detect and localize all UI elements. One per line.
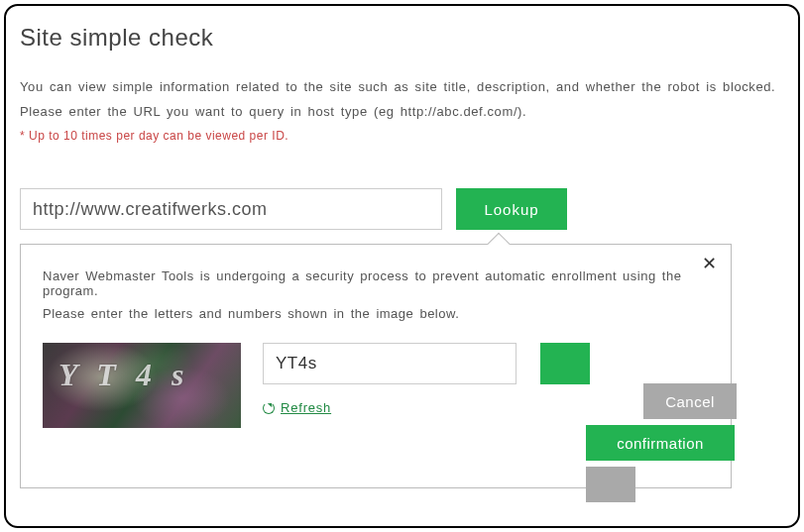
limit-note: * Up to 10 times per day can be viewed p… bbox=[20, 129, 784, 143]
intro-text-1: You can view simple information related … bbox=[20, 79, 784, 94]
search-row: Lookup bbox=[20, 188, 784, 230]
intro-text-2: Please enter the URL you want to query i… bbox=[20, 104, 784, 119]
page-title: Site simple check bbox=[20, 24, 784, 52]
button-stack: Cancel confirmation bbox=[586, 383, 737, 502]
lookup-button[interactable]: Lookup bbox=[456, 188, 567, 230]
refresh-icon bbox=[263, 402, 275, 414]
confirm-button[interactable]: confirmation bbox=[586, 425, 735, 461]
captcha-message-1: Naver Webmaster Tools is undergoing a se… bbox=[43, 268, 709, 298]
captcha-input-column: Refresh bbox=[263, 343, 517, 415]
cancel-button[interactable]: Cancel bbox=[643, 383, 737, 419]
popup-arrow bbox=[488, 233, 511, 256]
close-icon[interactable]: ✕ bbox=[702, 255, 717, 272]
refresh-link[interactable]: Refresh bbox=[263, 400, 517, 415]
url-input[interactable] bbox=[20, 188, 442, 230]
gray-square bbox=[586, 467, 635, 502]
green-square-button[interactable] bbox=[540, 343, 590, 384]
captcha-image: Y T 4 s bbox=[43, 343, 241, 428]
page-frame: Site simple check You can view simple in… bbox=[4, 4, 800, 528]
captcha-popup: ✕ Naver Webmaster Tools is undergoing a … bbox=[20, 244, 732, 488]
captcha-image-text: Y T 4 s bbox=[58, 357, 189, 393]
refresh-label: Refresh bbox=[281, 400, 331, 415]
captcha-input[interactable] bbox=[263, 343, 517, 384]
captcha-message-2: Please enter the letters and numbers sho… bbox=[43, 306, 709, 321]
